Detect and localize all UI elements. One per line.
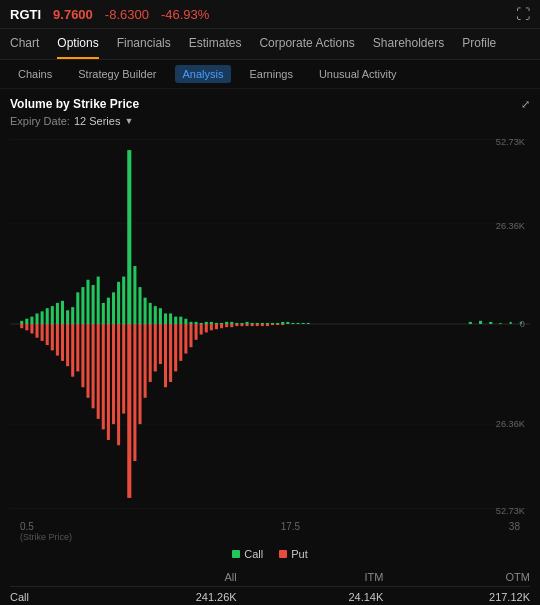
nav-tab-estimates[interactable]: Estimates [189, 29, 242, 59]
x-axis: 0.5 (Strike Price) 17.5 38 [10, 519, 530, 544]
volume-chart-svg: 52.73K 26.36K 0 26.36K 52.73K [10, 129, 530, 519]
row-call-itm: 24.14K [237, 591, 384, 603]
sub-tab-unusual[interactable]: Unusual Activity [311, 65, 405, 83]
svg-text:26.36K: 26.36K [496, 419, 526, 429]
svg-rect-93 [149, 324, 152, 382]
x-label-mid: 17.5 [281, 521, 300, 542]
svg-rect-15 [71, 307, 74, 324]
row-label-call: Call [10, 591, 90, 603]
svg-rect-49 [246, 322, 249, 324]
svg-rect-84 [102, 324, 105, 429]
nav-tab-profile[interactable]: Profile [462, 29, 496, 59]
svg-rect-72 [41, 324, 44, 341]
svg-rect-94 [154, 324, 157, 371]
svg-rect-109 [230, 324, 233, 327]
price-change-abs: -8.6300 [105, 7, 149, 22]
svg-rect-62 [469, 322, 472, 324]
expiry-dropdown-arrow[interactable]: ▼ [124, 116, 133, 126]
svg-rect-11 [51, 306, 54, 324]
svg-rect-10 [46, 308, 49, 324]
svg-rect-21 [102, 303, 105, 324]
svg-rect-5 [20, 321, 23, 324]
svg-rect-50 [251, 323, 254, 324]
nav-tab-shareholders[interactable]: Shareholders [373, 29, 444, 59]
svg-rect-83 [97, 324, 100, 419]
svg-rect-19 [92, 285, 95, 324]
svg-rect-82 [92, 324, 95, 408]
svg-rect-12 [56, 303, 59, 324]
svg-rect-119 [281, 324, 284, 325]
svg-rect-35 [174, 317, 177, 324]
svg-rect-92 [144, 324, 147, 398]
svg-rect-95 [159, 324, 162, 364]
svg-rect-45 [225, 322, 228, 324]
svg-rect-108 [225, 324, 228, 327]
put-color-dot [279, 550, 287, 558]
col-header-all: All [90, 571, 237, 583]
svg-text:52.73K: 52.73K [496, 137, 526, 147]
svg-rect-41 [205, 322, 208, 324]
sub-tab-earnings[interactable]: Earnings [241, 65, 300, 83]
expand-icon[interactable]: ⛶ [516, 6, 530, 22]
svg-rect-52 [261, 323, 264, 324]
x-value-right: 38 [509, 521, 520, 532]
svg-rect-56 [281, 322, 284, 324]
top-bar: RGTI 9.7600 -8.6300 -46.93% ⛶ [0, 0, 540, 29]
x-value-left: 0.5 [20, 521, 72, 532]
chart-legend: Call Put [10, 544, 530, 564]
svg-rect-96 [164, 324, 167, 387]
svg-rect-28 [138, 287, 141, 324]
call-label: Call [244, 548, 263, 560]
volume-table: All ITM OTM Call 241.26K 24.14K 217.12K … [0, 568, 540, 605]
col-header-otm: OTM [383, 571, 530, 583]
svg-rect-27 [133, 266, 136, 324]
top-bar-right: ⛶ [516, 6, 530, 22]
table-header-row: All ITM OTM [10, 568, 530, 587]
call-color-dot [232, 550, 240, 558]
svg-rect-90 [133, 324, 136, 461]
svg-rect-18 [86, 280, 89, 324]
svg-rect-69 [25, 324, 28, 330]
sub-tab-strategy[interactable]: Strategy Builder [70, 65, 164, 83]
svg-rect-60 [302, 323, 305, 324]
svg-rect-55 [276, 323, 279, 324]
nav-tabs: Chart Options Financials Estimates Corpo… [0, 29, 540, 60]
svg-text:52.73K: 52.73K [496, 506, 526, 516]
svg-rect-61 [307, 323, 310, 324]
x-label-right: 38 [509, 521, 520, 542]
sub-tab-chains[interactable]: Chains [10, 65, 60, 83]
put-label: Put [291, 548, 308, 560]
svg-rect-25 [122, 277, 125, 324]
svg-rect-100 [184, 324, 187, 354]
sub-tab-analysis[interactable]: Analysis [175, 65, 232, 83]
nav-tab-options[interactable]: Options [57, 29, 98, 59]
expiry-value[interactable]: 12 Series [74, 115, 120, 127]
svg-rect-78 [71, 324, 74, 377]
expand-chart-icon[interactable]: ⤢ [521, 98, 530, 111]
legend-call: Call [232, 548, 263, 560]
nav-tab-financials[interactable]: Financials [117, 29, 171, 59]
svg-rect-88 [122, 324, 125, 414]
svg-rect-110 [235, 324, 238, 326]
svg-rect-14 [66, 310, 69, 324]
expiry-label: Expiry Date: [10, 115, 70, 127]
svg-rect-85 [107, 324, 110, 440]
stock-price: 9.7600 [53, 7, 93, 22]
nav-tab-corporate[interactable]: Corporate Actions [259, 29, 354, 59]
col-header-itm: ITM [237, 571, 384, 583]
svg-rect-46 [230, 322, 233, 324]
svg-rect-106 [215, 324, 218, 329]
svg-rect-118 [276, 324, 279, 325]
svg-rect-113 [251, 324, 254, 326]
svg-text:26.36K: 26.36K [496, 221, 526, 231]
svg-rect-105 [210, 324, 213, 330]
svg-rect-71 [35, 324, 38, 338]
svg-rect-103 [200, 324, 203, 335]
svg-rect-74 [51, 324, 54, 350]
svg-rect-44 [220, 323, 223, 324]
svg-rect-116 [266, 324, 269, 326]
svg-rect-97 [169, 324, 172, 382]
chart-area: 52.73K 26.36K 0 26.36K 52.73K [10, 129, 530, 519]
nav-tab-chart[interactable]: Chart [10, 29, 39, 59]
svg-rect-87 [117, 324, 120, 445]
